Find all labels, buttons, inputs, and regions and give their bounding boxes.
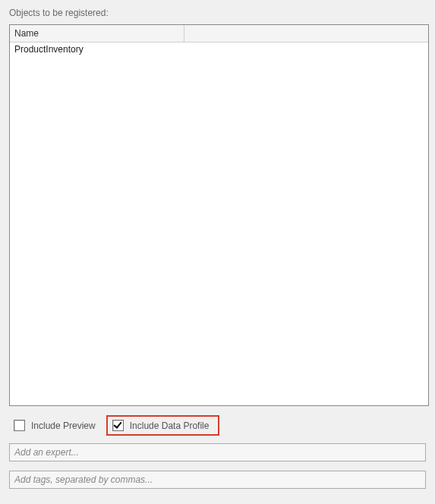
column-header-name[interactable]: Name <box>10 25 184 42</box>
table-header: Name <box>10 25 428 43</box>
table-row[interactable]: ProductInventory <box>10 43 428 56</box>
column-header-empty[interactable] <box>184 25 428 42</box>
objects-table: Name ProductInventory <box>9 24 429 406</box>
include-preview-checkbox[interactable] <box>14 420 25 431</box>
add-tags-input[interactable] <box>9 471 426 489</box>
table-body: ProductInventory <box>10 43 428 405</box>
add-expert-input[interactable] <box>9 443 426 461</box>
include-data-profile-checkbox[interactable] <box>112 420 124 431</box>
include-preview-group: Include Preview <box>9 417 100 434</box>
options-row: Include Preview Include Data Profile <box>9 415 429 436</box>
include-data-profile-label[interactable]: Include Data Profile <box>130 421 210 431</box>
include-preview-label[interactable]: Include Preview <box>31 421 96 431</box>
include-data-profile-group: Include Data Profile <box>106 415 220 436</box>
objects-section-label: Objects to be registered: <box>9 8 429 18</box>
cell-name: ProductInventory <box>10 43 184 56</box>
